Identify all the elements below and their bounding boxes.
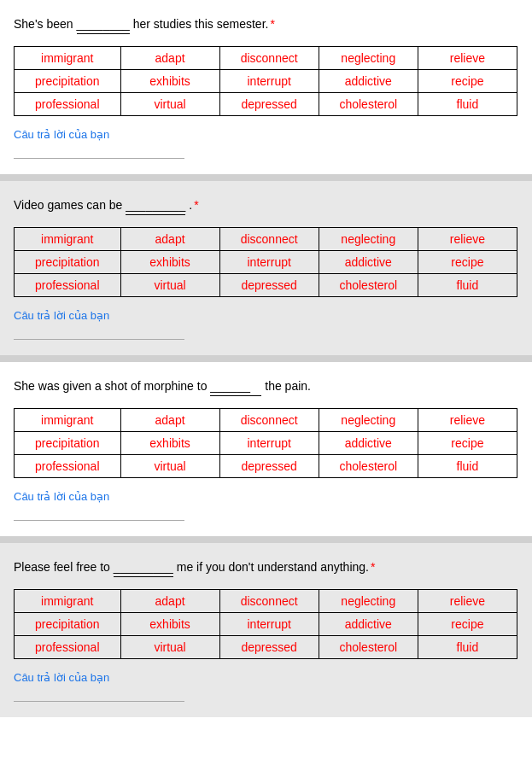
table-row: immigrantadaptdisconnectneglectingreliev… <box>15 47 517 70</box>
word-table-3: immigrantadaptdisconnectneglectingreliev… <box>14 408 517 478</box>
word-cell[interactable]: professional <box>15 636 121 659</box>
word-cell[interactable]: depressed <box>219 636 319 659</box>
question-block-2: Video games can be _________ .*immigrant… <box>0 181 532 355</box>
word-cell[interactable]: exhibits <box>120 613 219 636</box>
table-row: professionalvirtualdepressedcholesterolf… <box>15 93 517 116</box>
answer-label-1: Câu trả lời của bạn <box>14 128 518 141</box>
word-cell[interactable]: cholesterol <box>319 455 418 478</box>
divider-2 <box>0 355 532 362</box>
answer-label-4: Câu trả lời của bạn <box>14 671 518 684</box>
table-row: precipitationexhibitsinterruptaddictiver… <box>15 70 517 93</box>
divider-1 <box>0 174 532 181</box>
word-cell[interactable]: addictive <box>319 432 418 455</box>
word-cell[interactable]: immigrant <box>15 47 121 70</box>
word-cell[interactable]: neglecting <box>319 228 418 251</box>
word-cell[interactable]: recipe <box>418 613 517 636</box>
blank-4: _________ <box>114 558 173 577</box>
word-cell[interactable]: interrupt <box>219 70 319 93</box>
word-cell[interactable]: adapt <box>120 47 219 70</box>
word-cell[interactable]: exhibits <box>120 432 219 455</box>
word-cell[interactable]: addictive <box>319 613 418 636</box>
word-cell[interactable]: recipe <box>418 432 517 455</box>
question-text-4: Please feel free to _________ me if you … <box>14 558 518 577</box>
word-cell[interactable]: recipe <box>418 251 517 274</box>
question-block-4: Please feel free to _________ me if you … <box>0 543 532 717</box>
word-cell[interactable]: virtual <box>120 455 219 478</box>
word-cell[interactable]: fluid <box>418 274 517 297</box>
required-marker-1: * <box>270 17 274 31</box>
word-table-2: immigrantadaptdisconnectneglectingreliev… <box>14 227 517 297</box>
word-cell[interactable]: fluid <box>418 93 517 116</box>
word-cell[interactable]: adapt <box>120 409 219 432</box>
word-cell[interactable]: immigrant <box>15 409 121 432</box>
word-cell[interactable]: depressed <box>219 455 319 478</box>
table-row: immigrantadaptdisconnectneglectingreliev… <box>15 228 517 251</box>
word-cell[interactable]: neglecting <box>319 47 418 70</box>
word-cell[interactable]: relieve <box>418 590 517 613</box>
word-cell[interactable]: adapt <box>120 228 219 251</box>
word-cell[interactable]: professional <box>15 274 121 297</box>
word-cell[interactable]: disconnect <box>219 409 319 432</box>
word-cell[interactable]: cholesterol <box>319 93 418 116</box>
question-block-3: She was given a shot of morphine to ____… <box>0 362 532 536</box>
answer-label-2: Câu trả lời của bạn <box>14 309 518 322</box>
question-text-3: She was given a shot of morphine to ____… <box>14 377 518 396</box>
word-cell[interactable]: cholesterol <box>319 636 418 659</box>
divider-3 <box>0 536 532 543</box>
word-cell[interactable]: professional <box>15 455 121 478</box>
question-block-1: She's been ________ her studies this sem… <box>0 0 532 174</box>
word-cell[interactable]: exhibits <box>120 70 219 93</box>
blank-2: _________ <box>126 196 185 215</box>
word-cell[interactable]: immigrant <box>15 590 121 613</box>
word-cell[interactable]: relieve <box>418 228 517 251</box>
word-cell[interactable]: interrupt <box>219 613 319 636</box>
word-cell[interactable]: relieve <box>418 47 517 70</box>
word-cell[interactable]: virtual <box>120 636 219 659</box>
word-cell[interactable]: virtual <box>120 274 219 297</box>
word-cell[interactable]: precipitation <box>15 251 121 274</box>
word-cell[interactable]: addictive <box>319 251 418 274</box>
word-cell[interactable]: disconnect <box>219 228 319 251</box>
word-cell[interactable]: immigrant <box>15 228 121 251</box>
word-cell[interactable]: fluid <box>418 636 517 659</box>
table-row: immigrantadaptdisconnectneglectingreliev… <box>15 409 517 432</box>
blank-1: ________ <box>77 15 130 34</box>
word-cell[interactable]: depressed <box>219 274 319 297</box>
answer-input-4[interactable] <box>14 687 184 702</box>
word-cell[interactable]: fluid <box>418 455 517 478</box>
word-cell[interactable]: relieve <box>418 409 517 432</box>
word-cell[interactable]: precipitation <box>15 613 121 636</box>
table-row: precipitationexhibitsinterruptaddictiver… <box>15 251 517 274</box>
word-table-1: immigrantadaptdisconnectneglectingreliev… <box>14 46 517 116</box>
answer-input-2[interactable] <box>14 325 184 340</box>
word-cell[interactable]: disconnect <box>219 47 319 70</box>
answer-label-3: Câu trả lời của bạn <box>14 490 518 503</box>
question-text-2: Video games can be _________ .* <box>14 196 518 215</box>
blank-3: ______ <box>210 377 261 396</box>
word-cell[interactable]: professional <box>15 93 121 116</box>
word-cell[interactable]: exhibits <box>120 251 219 274</box>
word-cell[interactable]: recipe <box>418 70 517 93</box>
table-row: immigrantadaptdisconnectneglectingreliev… <box>15 590 517 613</box>
table-row: precipitationexhibitsinterruptaddictiver… <box>15 432 517 455</box>
word-cell[interactable]: neglecting <box>319 590 418 613</box>
word-cell[interactable]: precipitation <box>15 70 121 93</box>
table-row: professionalvirtualdepressedcholesterolf… <box>15 455 517 478</box>
question-text-1: She's been ________ her studies this sem… <box>14 15 518 34</box>
word-cell[interactable]: cholesterol <box>319 274 418 297</box>
word-cell[interactable]: virtual <box>120 93 219 116</box>
word-cell[interactable]: adapt <box>120 590 219 613</box>
answer-input-3[interactable] <box>14 506 184 521</box>
answer-input-1[interactable] <box>14 144 184 159</box>
word-cell[interactable]: disconnect <box>219 590 319 613</box>
required-marker-4: * <box>371 560 375 574</box>
word-cell[interactable]: depressed <box>219 93 319 116</box>
table-row: precipitationexhibitsinterruptaddictiver… <box>15 613 517 636</box>
required-marker-2: * <box>194 198 198 212</box>
word-cell[interactable]: precipitation <box>15 432 121 455</box>
word-cell[interactable]: addictive <box>319 70 418 93</box>
word-cell[interactable]: interrupt <box>219 251 319 274</box>
word-cell[interactable]: neglecting <box>319 409 418 432</box>
table-row: professionalvirtualdepressedcholesterolf… <box>15 636 517 659</box>
word-cell[interactable]: interrupt <box>219 432 319 455</box>
